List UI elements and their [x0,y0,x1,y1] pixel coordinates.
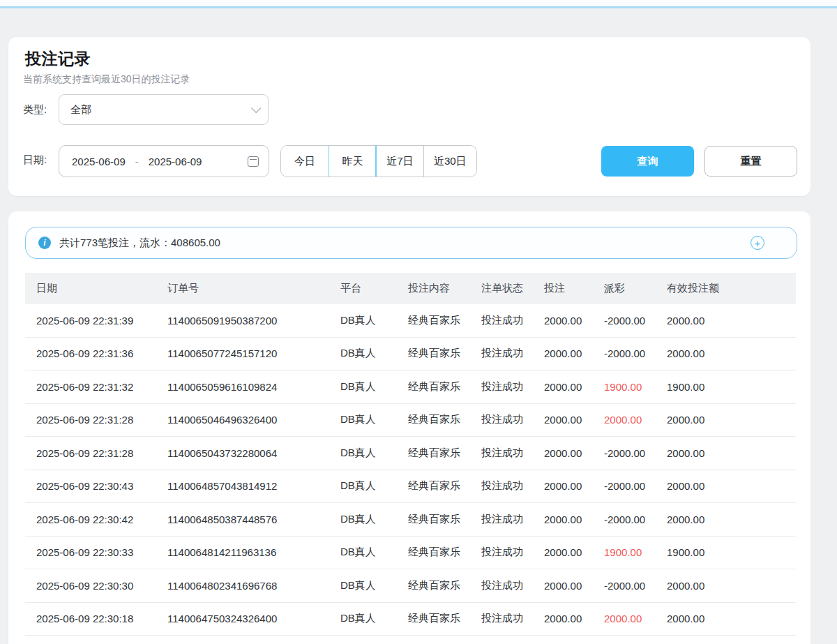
cell-valid: 2000.00 [667,447,796,459]
results-panel: i 共计773笔投注，流水：408605.00 + 日期 订单号 平台 投注内容… [8,211,810,644]
cell-platform: DB真人 [340,380,408,394]
type-select[interactable]: 全部 [59,94,269,125]
cell-bet: 2000.00 [544,381,604,393]
summary-alert: i 共计773笔投注，流水：408605.00 + [25,227,797,259]
cell-status: 投注成功 [481,612,544,625]
summary-text: 共计773笔投注，流水：408605.00 [59,237,220,250]
cell-content: 经典百家乐 [408,347,481,360]
cell-order: 1140064802341696768 [167,580,340,592]
top-white-strip [0,0,837,6]
cell-date: 2025-06-09 22:31:32 [25,381,167,393]
cell-date: 2025-06-09 22:30:30 [25,580,167,592]
cell-content: 经典百家乐 [408,314,481,327]
cell-content: 经典百家乐 [408,447,481,460]
date-range-input[interactable]: 2025-06-09 - 2025-06-09 [59,145,269,177]
query-button[interactable]: 查询 [601,146,694,177]
cell-bet: 2000.00 [544,580,604,592]
quick-range-button[interactable]: 今日 [281,146,329,177]
cell-content: 经典百家乐 [408,479,481,493]
date-separator: - [135,156,139,167]
cell-status: 投注成功 [481,479,544,493]
column-header-platform: 平台 [340,282,408,295]
page-title: 投注记录 [25,48,91,70]
cell-order: 1140065059616109824 [167,381,340,393]
chevron-down-icon [251,103,261,113]
type-select-value: 全部 [70,103,91,117]
plus-circle-icon[interactable]: + [751,236,764,250]
cell-payout: -2000.00 [604,315,667,327]
quick-range-button[interactable]: 近7日 [376,146,423,177]
cell-bet: 2000.00 [544,613,604,624]
quick-range-group: 今日昨天近7日近30日 [280,145,477,177]
cell-payout: 2000.00 [604,414,667,426]
cell-status: 投注成功 [481,347,544,360]
cell-platform: DB真人 [340,579,408,592]
cell-status: 投注成功 [481,380,544,394]
column-header-order: 订单号 [167,282,340,295]
cell-status: 投注成功 [481,546,544,559]
table-row: 2025-06-09 22:31:32 1140065059616109824 … [25,370,796,404]
cell-date: 2025-06-09 22:30:33 [25,546,167,558]
table-header-row: 日期 订单号 平台 投注内容 注单状态 投注 派彩 有效投注额 [25,273,796,304]
cell-content: 经典百家乐 [408,579,481,592]
cell-content: 经典百家乐 [408,380,481,394]
cell-date: 2025-06-09 22:30:43 [25,480,167,492]
cell-valid: 1900.00 [667,381,796,393]
column-header-bet: 投注 [544,282,604,295]
cell-order: 1140065046496326400 [167,414,340,426]
cell-content: 经典百家乐 [408,546,481,559]
cell-valid: 2000.00 [667,480,796,492]
cell-payout: -2000.00 [604,480,667,492]
cell-valid: 2000.00 [667,613,796,624]
column-header-content: 投注内容 [408,282,481,295]
quick-range-button[interactable]: 近30日 [423,146,476,177]
column-header-status: 注单状态 [481,282,544,295]
cell-bet: 2000.00 [544,347,604,359]
cell-status: 投注成功 [481,447,544,460]
table-row: 2025-06-09 22:30:43 1140064857043814912 … [25,470,796,504]
cell-bet: 2000.00 [544,480,604,492]
cell-order: 1140065043732280064 [167,447,340,459]
date-label: 日期: [23,153,47,167]
cell-status: 投注成功 [481,314,544,327]
cell-order: 1140064857043814912 [167,480,340,492]
cell-payout: -2000.00 [604,514,667,525]
cell-valid: 2000.00 [667,315,796,327]
cell-order: 1140064750324326400 [167,613,340,624]
cell-platform: DB真人 [340,479,408,493]
page-subtitle: 当前系统支持查询最近30日的投注记录 [23,73,190,86]
cell-platform: DB真人 [340,447,408,460]
date-to-value: 2025-06-09 [149,156,202,167]
cell-date: 2025-06-09 22:30:42 [25,514,167,525]
cell-platform: DB真人 [340,413,408,426]
table-row: 2025-06-09 22:31:28 1140065043732280064 … [25,437,796,470]
cell-date: 2025-06-09 22:31:28 [25,414,167,426]
cell-bet: 2000.00 [544,546,604,558]
calendar-icon [248,156,259,167]
cell-valid: 2000.00 [667,347,796,359]
cell-payout: -2000.00 [604,447,667,459]
table-row: 2025-06-09 22:31:28 1140065046496326400 … [25,404,796,437]
table-row: 2025-06-09 22:30:18 1140064750324326400 … [25,603,796,636]
cell-status: 投注成功 [481,513,544,526]
quick-range-button[interactable]: 昨天 [329,146,376,177]
cell-order: 1140064850387448576 [167,514,340,525]
cell-order: 1140065091950387200 [167,315,340,327]
cell-payout: 2000.00 [604,613,667,624]
reset-button[interactable]: 重置 [704,146,797,177]
column-header-valid: 有效投注额 [667,282,796,295]
column-header-payout: 派彩 [604,282,667,295]
top-blue-divider [0,6,837,8]
cell-date: 2025-06-09 22:31:36 [25,347,167,359]
cell-date: 2025-06-09 22:30:18 [25,613,167,624]
cell-payout: 1900.00 [604,381,667,393]
cell-status: 投注成功 [481,413,544,426]
cell-bet: 2000.00 [544,414,604,426]
table-row: 2025-06-09 22:30:33 1140064814211963136 … [25,537,796,570]
cell-platform: DB真人 [340,347,408,360]
type-label: 类型: [23,103,47,117]
cell-status: 投注成功 [481,579,544,592]
cell-payout: -2000.00 [604,347,667,359]
cell-payout: -2000.00 [604,580,667,592]
cell-bet: 2000.00 [544,315,604,327]
